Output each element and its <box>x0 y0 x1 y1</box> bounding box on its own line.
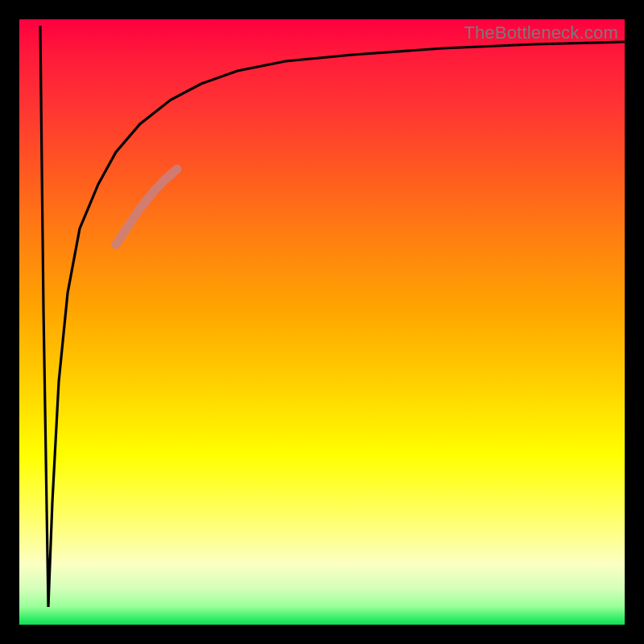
highlight-segment <box>116 169 177 245</box>
chart-frame: TheBottleneck.com <box>0 0 644 644</box>
curve-layer <box>19 19 625 625</box>
main-curve <box>40 26 625 607</box>
plot-area: TheBottleneck.com <box>19 19 625 625</box>
watermark-text: TheBottleneck.com <box>464 23 618 43</box>
